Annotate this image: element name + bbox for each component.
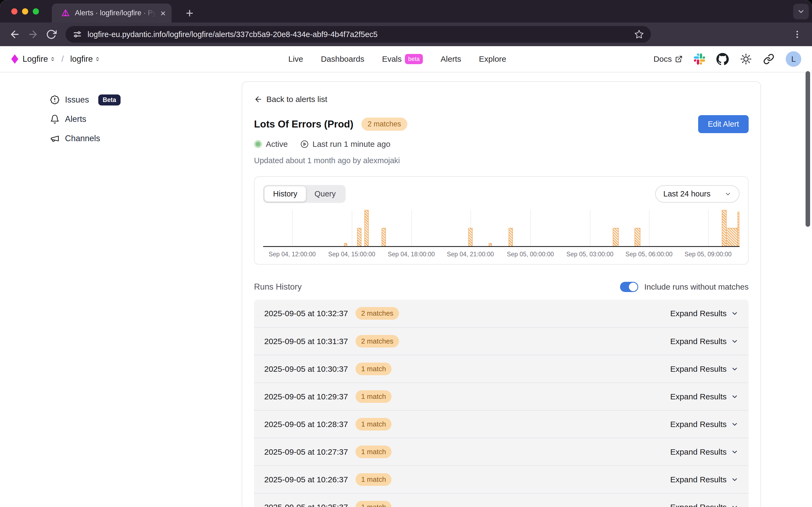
chevron-down-icon [731,365,739,373]
traffic-lights[interactable] [11,8,39,14]
run-row: 2025-09-05 at 10:31:37 2 matches Expand … [254,327,749,355]
url-text[interactable]: logfire-eu.pydantic.info/logfire/logfire… [88,30,629,39]
nav-item-live[interactable]: Live [288,54,303,64]
project-name: logfire [70,54,93,64]
docs-link[interactable]: Docs [654,54,683,64]
chart-bar[interactable] [344,243,347,246]
expand-results-button[interactable]: Expand Results [670,337,739,346]
sidebar-item-label: Channels [65,134,100,143]
back-button[interactable] [7,26,22,42]
run-timestamp: 2025-09-05 at 10:28:37 [264,420,348,429]
chart-bar[interactable] [382,228,386,246]
main-area: Back to alerts list Lots Of Errors (Prod… [242,72,812,507]
alert-status-row: Active Last run 1 minute ago [254,139,749,149]
expand-results-button[interactable]: Expand Results [670,392,739,401]
sidebar-item-alerts[interactable]: Alerts [50,110,242,129]
run-row: 2025-09-05 at 10:32:37 2 matches Expand … [254,299,749,327]
org-name: Logfire [22,54,48,64]
include-runs-toggle[interactable] [620,282,638,292]
updated-by-line: Updated about 1 month ago by alexmojaki [254,156,749,165]
browser-tab[interactable]: Alerts · logfire/logfire · Pydan × [52,3,172,22]
tab-history[interactable]: History [265,186,306,202]
run-row: 2025-09-05 at 10:29:37 1 match Expand Re… [254,383,749,410]
run-timestamp: 2025-09-05 at 10:25:37 [264,503,348,507]
active-status-dot [254,140,262,148]
run-row: 2025-09-05 at 10:26:37 1 match Expand Re… [254,465,749,493]
evals-beta-badge: beta [405,54,423,64]
back-to-alerts-link[interactable]: Back to alerts list [254,95,749,104]
chart-tick-label: Sep 05, 09:00:00 [685,251,732,258]
bookmark-star-icon[interactable] [634,30,644,39]
user-avatar[interactable]: L [786,51,801,67]
active-status-label: Active [266,139,288,149]
chart-tick-label: Sep 04, 18:00:00 [388,251,435,258]
expand-results-button[interactable]: Expand Results [670,447,739,457]
last-run-status: Last run 1 minute ago [300,139,390,149]
share-link-icon[interactable] [763,53,774,65]
new-tab-button[interactable]: + [181,5,198,21]
tab-query[interactable]: Query [306,186,344,202]
expand-results-button[interactable]: Expand Results [670,420,739,429]
chart-bar[interactable] [613,228,619,246]
runs-history-header: Runs History Include runs without matche… [254,282,749,292]
page-scrollbar-thumb[interactable] [806,71,810,227]
chart-bar[interactable] [726,228,738,246]
github-icon[interactable] [716,53,729,65]
url-bar[interactable]: logfire-eu.pydantic.info/logfire/logfire… [65,26,651,43]
run-match-badge: 1 match [356,501,392,507]
run-match-badge: 2 matches [356,335,399,348]
time-range-dropdown[interactable]: Last 24 hours [655,185,740,203]
sidebar-item-issues[interactable]: Issues Beta [50,90,242,110]
chart-tick-label: Sep 04, 21:00:00 [447,251,494,258]
nav-item-alerts[interactable]: Alerts [441,54,461,64]
browser-menu-button[interactable] [790,26,805,42]
chart-gridline [708,210,709,246]
edit-alert-button[interactable]: Edit Alert [698,115,749,133]
chart-bar[interactable] [738,212,740,246]
slack-icon[interactable] [694,53,705,65]
chart-gridline [649,210,650,246]
expand-results-button[interactable]: Expand Results [670,364,739,374]
runs-list: 2025-09-05 at 10:32:37 2 matches Expand … [254,299,749,507]
expand-results-button[interactable]: Expand Results [670,475,739,484]
expand-results-button[interactable]: Expand Results [670,309,739,318]
chart-bar[interactable] [468,228,473,246]
nav-item-dashboards[interactable]: Dashboards [321,54,364,64]
chart-tick-label: Sep 05, 06:00:00 [626,251,672,258]
expand-results-button[interactable]: Expand Results [670,503,739,507]
chart-tick-label: Sep 05, 03:00:00 [566,251,613,258]
tab-search-button[interactable] [793,4,809,19]
run-timestamp: 2025-09-05 at 10:32:37 [264,309,348,318]
chart-bar[interactable] [508,228,513,246]
nav-item-explore[interactable]: Explore [479,54,506,64]
chart-tick-label: Sep 05, 00:00:00 [507,251,554,258]
nav-item-evals[interactable]: Evals beta [382,54,423,64]
site-settings-icon[interactable] [72,30,82,39]
chart-gridline [590,210,591,246]
reload-button[interactable] [44,26,59,42]
chart-bar[interactable] [635,228,640,246]
app-navbar: Logfire / logfire Live Dashboards Evals … [0,46,812,72]
chart-gridline [292,210,293,246]
project-selector[interactable]: logfire [70,54,100,64]
chart-bar[interactable] [489,243,492,246]
back-link-label: Back to alerts list [266,95,327,104]
sidebar-item-channels[interactable]: Channels [50,129,242,148]
main-nav: Live Dashboards Evals beta Alerts Explor… [288,54,506,64]
forward-button[interactable] [25,26,41,42]
chart-bar[interactable] [357,228,362,246]
theme-toggle-sun-icon[interactable] [740,53,752,65]
alert-header-row: Lots Of Errors (Prod) 2 matches Edit Ale… [254,115,749,133]
chevron-down-icon [731,393,739,400]
alert-detail-panel: Back to alerts list Lots Of Errors (Prod… [242,81,761,507]
tab-close-icon[interactable]: × [160,9,166,18]
minimize-window-button[interactable] [22,8,28,14]
chart-bar[interactable] [364,210,369,246]
bell-icon [50,114,60,124]
org-selector[interactable]: Logfire [22,54,55,64]
logfire-favicon-icon [61,9,70,18]
run-timestamp: 2025-09-05 at 10:27:37 [264,447,348,457]
close-window-button[interactable] [11,8,17,14]
history-card-toolbar: History Query Last 24 hours [263,185,740,203]
maximize-window-button[interactable] [33,8,39,14]
